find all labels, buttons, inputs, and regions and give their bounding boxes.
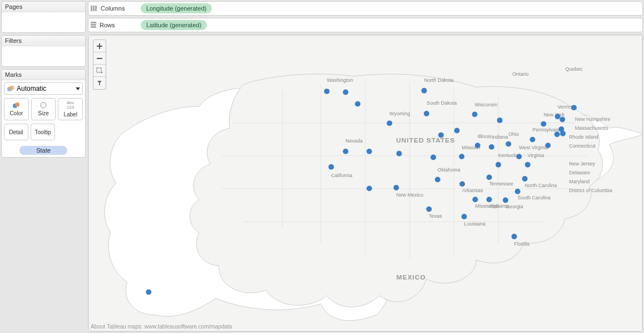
- map-point[interactable]: [343, 90, 348, 95]
- map-point[interactable]: [355, 101, 360, 107]
- plus-icon: [96, 43, 103, 50]
- map-point[interactable]: [545, 143, 551, 148]
- map-point[interactable]: [343, 149, 348, 154]
- map-point[interactable]: [393, 185, 399, 190]
- mark-type-dropdown[interactable]: Automatic: [4, 82, 83, 95]
- map-point[interactable]: [525, 162, 531, 168]
- map-label: Virginia: [528, 153, 544, 159]
- svg-point-1: [9, 86, 14, 90]
- svg-text:+: +: [101, 71, 103, 74]
- map-point[interactable]: [496, 162, 501, 168]
- map-point[interactable]: [571, 105, 577, 110]
- map-label: Georgia: [506, 204, 523, 209]
- pin-button[interactable]: [93, 77, 106, 89]
- map-label: Arkansas: [462, 188, 483, 193]
- map-point[interactable]: [530, 137, 536, 143]
- detail-button[interactable]: Detail: [4, 124, 28, 140]
- map-toolbar: +: [93, 40, 106, 90]
- map-point[interactable]: [324, 89, 330, 94]
- map-point[interactable]: [438, 133, 444, 138]
- country-label: UNITED STATES: [396, 136, 455, 144]
- map-point[interactable]: [424, 111, 429, 116]
- map-label: Indiana: [492, 134, 508, 140]
- map-canvas[interactable]: WashingtonNorth DakotaSouth DakotaWyomin…: [88, 35, 642, 331]
- map-point[interactable]: [516, 154, 522, 159]
- map-label: New Jersey: [569, 161, 595, 166]
- map-label: California: [331, 173, 353, 178]
- map-point[interactable]: [435, 177, 440, 182]
- map-label: Oklahoma: [438, 167, 460, 173]
- rows-icon: [91, 22, 96, 28]
- map-point[interactable]: [366, 185, 372, 191]
- columns-shelf[interactable]: Columns Longitude (generated): [88, 1, 643, 16]
- map-point[interactable]: [146, 290, 151, 295]
- map-label: Pennsylvania: [532, 127, 562, 133]
- size-button[interactable]: Size: [31, 98, 56, 120]
- zoom-out-button[interactable]: [93, 52, 106, 65]
- map-point[interactable]: [426, 207, 432, 212]
- state-pill[interactable]: State: [19, 146, 67, 155]
- size-icon: [39, 102, 47, 109]
- zoom-in-button[interactable]: [93, 40, 106, 52]
- rows-label: Rows: [100, 22, 115, 28]
- map-point[interactable]: [522, 176, 528, 182]
- country-label: MEXICO: [397, 273, 426, 281]
- map-label: Wisconsin: [475, 102, 498, 107]
- map-label: Illinois: [478, 134, 492, 139]
- columns-icon: [91, 6, 97, 11]
- map-point[interactable]: [512, 234, 517, 239]
- zoom-area-icon: +: [96, 67, 103, 74]
- map-point[interactable]: [472, 111, 478, 117]
- map-label: Ohio: [508, 131, 519, 137]
- map-label: New York: [543, 112, 564, 117]
- map-point[interactable]: [555, 114, 561, 119]
- zoom-area-button[interactable]: +: [93, 65, 106, 77]
- map-label: Washington: [327, 77, 353, 83]
- tooltip-button[interactable]: Tooltip: [31, 124, 55, 140]
- map-label: Delaware: [569, 170, 590, 175]
- map-label: South Carolina: [518, 195, 551, 200]
- map-point[interactable]: [487, 197, 492, 202]
- map-point[interactable]: [559, 126, 564, 132]
- map-point[interactable]: [462, 214, 467, 219]
- map-point[interactable]: [454, 128, 460, 134]
- map-point[interactable]: [422, 88, 427, 94]
- map-point[interactable]: [497, 117, 503, 123]
- map-label: Nevada: [345, 138, 363, 144]
- map-point[interactable]: [387, 120, 392, 126]
- map-point[interactable]: [559, 117, 565, 123]
- chevron-down-icon: [76, 87, 80, 90]
- map-credit: About Tableau maps: www.tableausoftware.…: [91, 324, 232, 330]
- map-point[interactable]: [366, 149, 372, 154]
- label-button[interactable]: Abc123 Label: [58, 98, 83, 120]
- map-point[interactable]: [489, 144, 494, 150]
- map-label: Wyoming: [389, 111, 410, 116]
- map-point[interactable]: [515, 189, 521, 194]
- map-label: Florida: [514, 241, 529, 247]
- map-point[interactable]: [475, 143, 480, 148]
- map-point[interactable]: [459, 181, 465, 187]
- map-point[interactable]: [541, 121, 546, 127]
- map-point[interactable]: [487, 174, 492, 180]
- map-point[interactable]: [554, 131, 560, 137]
- map-view[interactable]: WashingtonNorth DakotaSouth DakotaWyomin…: [88, 35, 643, 332]
- map-point[interactable]: [506, 141, 511, 147]
- color-button[interactable]: Color: [4, 98, 29, 120]
- rows-pill-latitude[interactable]: Latitude (generated): [141, 20, 207, 30]
- map-point[interactable]: [473, 197, 478, 202]
- map-label: District of Columbia: [569, 188, 612, 193]
- filters-shelf[interactable]: Filters: [1, 35, 86, 67]
- columns-pill-longitude[interactable]: Longitude (generated): [141, 3, 212, 13]
- color-icon: [12, 102, 20, 109]
- map-point[interactable]: [430, 155, 436, 160]
- map-point[interactable]: [459, 154, 464, 159]
- automatic-icon: [7, 85, 14, 92]
- map-point[interactable]: [397, 151, 402, 156]
- rows-shelf[interactable]: Rows Latitude (generated): [88, 18, 643, 32]
- map-point[interactable]: [503, 198, 508, 203]
- pages-shelf[interactable]: Pages: [1, 1, 86, 33]
- mark-type-label: Automatic: [17, 85, 46, 92]
- svg-point-3: [15, 102, 19, 107]
- map-point[interactable]: [329, 164, 334, 170]
- marks-label: Marks: [2, 70, 85, 80]
